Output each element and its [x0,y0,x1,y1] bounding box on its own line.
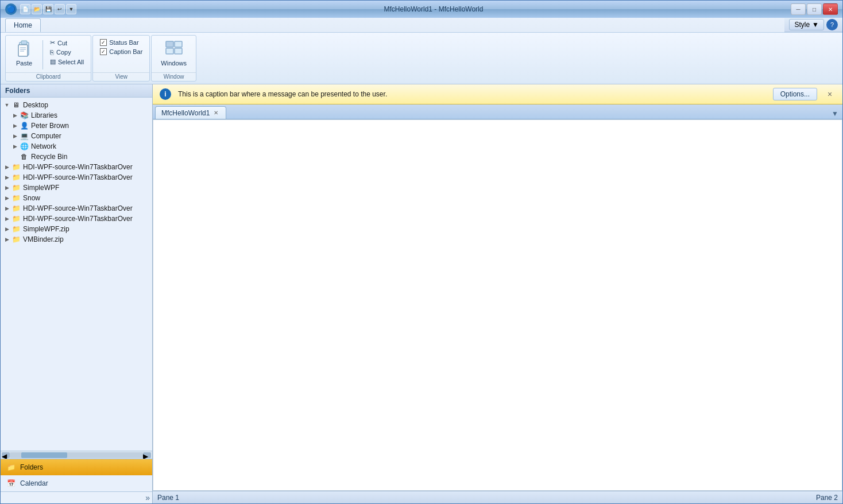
svg-rect-8 [166,48,173,54]
folders-nav-label: Folders [20,463,43,471]
style-label: Style [794,21,810,29]
label-peter-brown: Peter Brown [31,122,69,130]
expand-hdi2[interactable]: ▶ [3,173,11,181]
tree-item-network[interactable]: ▶ 🌐 Network [1,141,152,152]
tabs-dropdown-button[interactable]: ▼ [830,108,840,119]
scrollbar-track[interactable] [10,452,143,458]
tree-item-hdi1[interactable]: ▶ 📁 HDI-WPF-source-Win7TaskbarOver [1,162,152,172]
open-button[interactable]: 📂 [32,4,42,14]
maximize-button[interactable]: □ [807,3,822,15]
label-hdi4: HDI-WPF-source-Win7TaskbarOver [23,215,133,223]
tree-item-hdi3[interactable]: ▶ 📁 HDI-WPF-source-Win7TaskbarOver [1,203,152,214]
expand-snow[interactable]: ▶ [3,194,11,202]
computer-icon: 💻 [19,131,29,141]
scroll-left-btn[interactable]: ◀ [2,452,10,458]
tree-item-computer[interactable]: ▶ 💻 Computer [1,131,152,141]
ribbon-group-window: Windows Window [151,35,196,82]
expand-computer[interactable]: ▶ [11,132,19,140]
paste-label: Paste [16,60,32,67]
select-all-button[interactable]: ▤ Select All [48,57,86,67]
label-vmbinder: VMBinder.zip [23,235,64,243]
expand-desktop[interactable]: ▼ [3,101,11,109]
scroll-right-btn[interactable]: ▶ [143,452,151,458]
quick-access-toolbar: 📄 📂 💾 ↩ ▼ [20,4,76,14]
tree-item-desktop[interactable]: ▼ 🖥 Desktop [1,100,152,110]
style-dropdown-icon: ▼ [812,21,819,29]
cut-button[interactable]: ✂ Cut [48,38,86,48]
ribbon-group-clipboard: Paste ✂ Cut ⎘ Copy ▤ [5,35,91,82]
sidebar-tree[interactable]: ▼ 🖥 Desktop ▶ 📚 Libraries ▶ 👤 Peter Brow… [1,98,152,451]
customize-button[interactable]: ▼ [66,4,76,14]
calendar-nav-icon: 📅 [5,479,17,488]
expand-hdi3[interactable]: ▶ [3,204,11,212]
caption-close-button[interactable]: × [824,88,836,100]
tree-item-vmbinder[interactable]: ▶ 📁 VMBinder.zip [1,234,152,245]
expand-simplewpf-zip[interactable]: ▶ [3,225,11,233]
nav-item-calendar[interactable]: 📅 Calendar [1,475,152,491]
label-desktop: Desktop [23,101,48,109]
options-button[interactable]: Options... [773,88,817,100]
paste-button[interactable]: Paste [10,38,38,69]
view-label: View [93,72,149,80]
desktop-icon: 🖥 [11,100,21,110]
status-bar-toggle[interactable]: ✓ Status Bar [98,38,145,47]
tree-item-simplewpf-zip[interactable]: ▶ 📁 SimpleWPF.zip [1,224,152,234]
windows-icon [165,40,183,59]
expand-hdi1[interactable]: ▶ [3,163,11,171]
folders-nav-icon: 📁 [5,463,17,472]
new-button[interactable]: 📄 [20,4,30,14]
help-button[interactable]: ? [826,19,838,30]
sidebar: Folders ▼ 🖥 Desktop ▶ 📚 Libraries ▶ 👤 [1,84,153,503]
nav-item-folders[interactable]: 📁 Folders [1,459,152,475]
tree-item-hdi2[interactable]: ▶ 📁 HDI-WPF-source-Win7TaskbarOver [1,172,152,183]
expand-network[interactable]: ▶ [11,142,19,150]
tab-close-button[interactable]: ✕ [212,109,220,117]
close-button[interactable]: ✕ [823,3,838,15]
windows-button[interactable]: Windows [156,38,191,69]
expand-libraries[interactable]: ▶ [11,111,19,119]
tree-item-recycle-bin[interactable]: ▶ 🗑 Recycle Bin [1,152,152,162]
title-bar: 🔵 📄 📂 💾 ↩ ▼ MfcHelloWorld1 - MfcHelloWor… [1,1,842,18]
sidebar-header: Folders [1,84,152,98]
save-button[interactable]: 💾 [43,4,53,14]
tree-item-hdi4[interactable]: ▶ 📁 HDI-WPF-source-Win7TaskbarOver [1,214,152,224]
scrollbar-thumb[interactable] [21,452,67,458]
window-label: Window [152,72,196,80]
tab-home[interactable]: Home [5,18,41,32]
label-libraries: Libraries [31,111,57,119]
ribbon-content: Paste ✂ Cut ⎘ Copy ▤ [1,32,842,84]
tabs-bar: MfcHelloWorld1 ✕ ▼ [153,104,842,119]
windows-label: Windows [161,60,187,67]
tab-mfchelloworld1[interactable]: MfcHelloWorld1 ✕ [155,106,226,119]
more-button[interactable]: » [145,493,150,502]
caption-bar-toggle[interactable]: ✓ Caption Bar [98,47,145,56]
main-window: 🔵 📄 📂 💾 ↩ ▼ MfcHelloWorld1 - MfcHelloWor… [0,0,843,504]
undo-button[interactable]: ↩ [55,4,65,14]
expand-peter-brown[interactable]: ▶ [11,122,19,130]
folder-icon-hdi1: 📁 [11,162,21,172]
sidebar-nav: 📁 Folders 📅 Calendar » [1,459,152,503]
svg-rect-6 [166,41,173,47]
window-controls: ─ □ ✕ [791,3,838,15]
expand-hdi4[interactable]: ▶ [3,215,11,223]
user-icon: 👤 [19,121,29,130]
style-button[interactable]: Style ▼ [789,19,824,30]
label-simplewpf: SimpleWPF [23,184,59,192]
calendar-nav-label: Calendar [20,479,48,487]
tree-item-libraries[interactable]: ▶ 📚 Libraries [1,110,152,121]
pane1-status: Pane 1 [157,494,179,502]
content-pane[interactable] [153,119,842,491]
minimize-button[interactable]: ─ [791,3,806,15]
recycle-icon: 🗑 [19,152,29,161]
folder-icon-hdi3: 📁 [11,204,21,213]
label-hdi1: HDI-WPF-source-Win7TaskbarOver [23,163,133,171]
network-icon: 🌐 [19,142,29,151]
copy-button[interactable]: ⎘ Copy [48,48,86,57]
tree-item-simplewpf[interactable]: ▶ 📁 SimpleWPF [1,183,152,193]
expand-vmbinder[interactable]: ▶ [3,235,11,243]
sidebar-horizontal-scroll[interactable]: ◀ ▶ [1,451,152,459]
expand-simplewpf[interactable]: ▶ [3,184,11,192]
tree-item-snow[interactable]: ▶ 📁 Snow [1,193,152,203]
tree-item-peter-brown[interactable]: ▶ 👤 Peter Brown [1,121,152,131]
label-recycle-bin: Recycle Bin [31,153,67,161]
